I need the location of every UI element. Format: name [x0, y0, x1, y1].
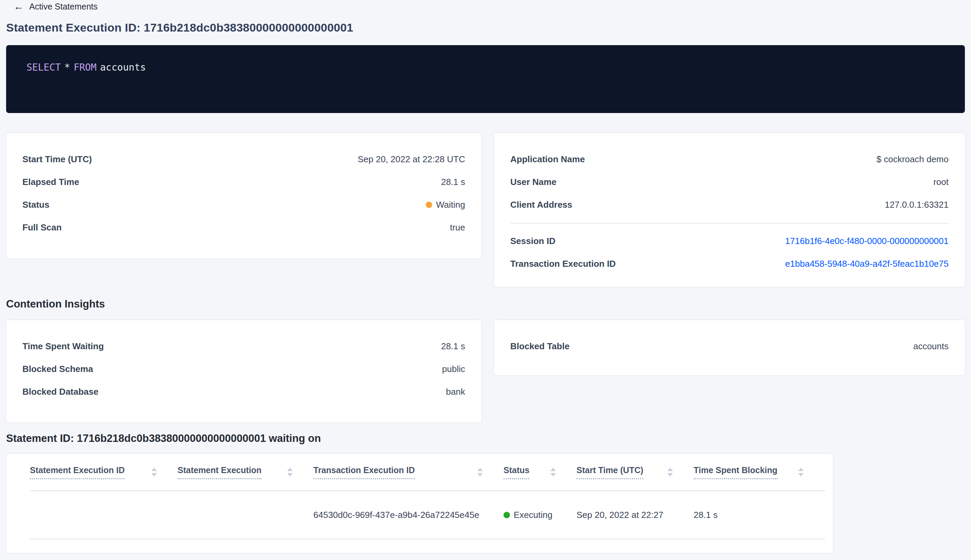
table-row: 64530d0c-969f-437e-a9b4-26a72245e45e Exe… [30, 491, 825, 539]
breadcrumb-back-link[interactable]: ← Active Statements [13, 2, 97, 12]
session-id-link[interactable]: 1716b1f6-4e0c-f480-0000-000000000001 [785, 236, 949, 247]
client-address-label: Client Address [510, 200, 572, 210]
column-header-statement-execution-id[interactable]: Statement Execution ID [30, 454, 166, 490]
sql-keyword: FROM [74, 62, 97, 73]
back-arrow-icon: ← [13, 2, 24, 12]
sort-down-arrow-icon [667, 473, 673, 477]
user-name-value: root [933, 177, 949, 187]
sort-up-arrow-icon [477, 468, 483, 471]
sort-up-arrow-icon [798, 468, 804, 471]
row-time-spent-waiting: Time Spent Waiting 28.1 s [22, 335, 465, 358]
row-session-id: Session ID 1716b1f6-4e0c-f480-0000-00000… [510, 230, 949, 253]
sort-down-arrow-icon [798, 473, 804, 477]
sort-up-arrow-icon [287, 468, 293, 471]
contention-insights-heading: Contention Insights [6, 298, 105, 310]
executing-status-dot-icon [504, 512, 510, 518]
row-blocked-table: Blocked Table accounts [510, 335, 949, 358]
client-address-value: 127.0.0.1:63321 [885, 200, 949, 210]
elapsed-time-label: Elapsed Time [22, 177, 79, 187]
sql-statement-box: SELECT*FROMaccounts [6, 45, 965, 113]
sort-up-arrow-icon [551, 468, 556, 471]
sort-icon[interactable] [551, 468, 556, 477]
cell-status: Executing [492, 510, 565, 520]
transaction-execution-id-link[interactable]: e1bba458-5948-40a9-a42f-5feac1b10e75 [785, 258, 949, 269]
blocked-schema-label: Blocked Schema [22, 364, 93, 374]
blocked-schema-value: public [442, 364, 465, 374]
transaction-execution-id-label: Transaction Execution ID [510, 258, 616, 269]
application-name-label: Application Name [510, 154, 585, 165]
sql-text: accounts [100, 62, 146, 73]
sort-down-arrow-icon [477, 473, 483, 477]
blocked-table-value: accounts [913, 341, 949, 352]
row-full-scan: Full Scan true [22, 216, 465, 239]
row-elapsed-time: Elapsed Time 28.1 s [22, 171, 465, 193]
column-header-status[interactable]: Status [492, 454, 565, 490]
session-id-label: Session ID [510, 236, 556, 247]
breadcrumb-label: Active Statements [29, 2, 97, 12]
sort-icon[interactable] [477, 468, 483, 477]
blocked-database-label: Blocked Database [22, 387, 98, 397]
elapsed-time-value: 28.1 s [441, 177, 465, 187]
sort-icon[interactable] [152, 468, 157, 477]
sql-text: * [65, 62, 70, 73]
waiting-on-heading: Statement ID: 1716b218dc0b38380000000000… [6, 432, 321, 445]
column-header-label[interactable]: Transaction Execution ID [314, 465, 415, 479]
cell-status-value: Executing [514, 510, 552, 520]
sql-keyword: SELECT [27, 62, 61, 73]
row-status: Status Waiting [22, 193, 465, 216]
row-blocked-database: Blocked Database bank [22, 380, 465, 403]
blocked-table-label: Blocked Table [510, 341, 569, 352]
row-start-time: Start Time (UTC) Sep 20, 2022 at 22:28 U… [22, 148, 465, 171]
column-header-transaction-execution-id[interactable]: Transaction Execution ID [302, 454, 492, 490]
sort-down-arrow-icon [551, 473, 556, 477]
cell-start-time: Sep 20, 2022 at 22:27 [565, 510, 682, 520]
status-label: Status [22, 200, 49, 210]
sort-up-arrow-icon [152, 468, 157, 471]
sort-icon[interactable] [798, 468, 804, 477]
column-header-label[interactable]: Start Time (UTC) [577, 465, 643, 479]
user-name-label: User Name [510, 177, 556, 187]
column-header-label[interactable]: Status [504, 465, 529, 479]
row-blocked-schema: Blocked Schema public [22, 358, 465, 380]
full-scan-label: Full Scan [22, 222, 62, 233]
sort-down-arrow-icon [152, 473, 157, 477]
status-value: Waiting [436, 200, 465, 210]
application-name-value: $ cockroach demo [877, 154, 949, 165]
contention-right-card: Blocked Table accounts [494, 320, 965, 375]
column-header-start-time[interactable]: Start Time (UTC) [565, 454, 682, 490]
session-card-divider [510, 223, 949, 224]
start-time-label: Start Time (UTC) [22, 154, 92, 165]
column-header-label[interactable]: Time Spent Blocking [694, 465, 777, 479]
row-application-name: Application Name $ cockroach demo [510, 148, 949, 171]
sort-icon[interactable] [287, 468, 293, 477]
full-scan-value: true [450, 222, 465, 233]
session-card: Application Name $ cockroach demo User N… [494, 133, 965, 287]
status-badge: Waiting [426, 200, 465, 210]
cell-time-spent-blocking: 28.1 s [682, 510, 813, 520]
blocked-database-value: bank [446, 387, 465, 397]
column-header-label[interactable]: Statement Execution [178, 465, 262, 479]
row-user-name: User Name root [510, 171, 949, 193]
sort-down-arrow-icon [287, 473, 293, 477]
sort-up-arrow-icon [667, 468, 673, 471]
table-header-row: Statement Execution ID Statement Executi… [30, 454, 825, 491]
cell-transaction-execution-id: 64530d0c-969f-437e-a9b4-26a72245e45e [302, 510, 492, 520]
waiting-on-table-card: Statement Execution ID Statement Executi… [6, 454, 833, 553]
row-client-address: Client Address 127.0.0.1:63321 [510, 193, 949, 216]
start-time-value: Sep 20, 2022 at 22:28 UTC [357, 154, 465, 165]
contention-left-card: Time Spent Waiting 28.1 s Blocked Schema… [6, 320, 481, 423]
time-spent-waiting-label: Time Spent Waiting [22, 341, 104, 352]
sort-icon[interactable] [667, 468, 673, 477]
overview-card: Start Time (UTC) Sep 20, 2022 at 22:28 U… [6, 133, 481, 258]
waiting-status-dot-icon [426, 202, 432, 208]
column-header-time-spent-blocking[interactable]: Time Spent Blocking [682, 454, 813, 490]
page-title: Statement Execution ID: 1716b218dc0b3838… [6, 21, 353, 34]
column-header-statement-execution[interactable]: Statement Execution [166, 454, 302, 490]
column-header-label[interactable]: Statement Execution ID [30, 465, 125, 479]
row-transaction-execution-id: Transaction Execution ID e1bba458-5948-4… [510, 253, 949, 275]
time-spent-waiting-value: 28.1 s [441, 341, 465, 352]
